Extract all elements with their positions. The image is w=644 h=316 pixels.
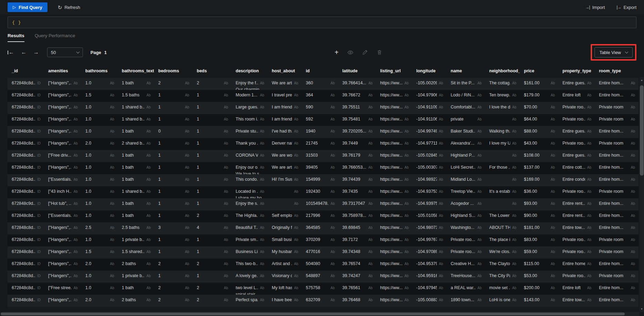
cell-_id[interactable]: 672848c8d...ID (8, 138, 44, 150)
prev-page-button[interactable]: ← (21, 50, 26, 55)
cell-longitude[interactable]: -105.00307...Ab (412, 162, 447, 174)
cell-latitude[interactable]: 39.76672Ab (338, 90, 376, 102)
column-header-host_about[interactable]: host_about (268, 64, 302, 78)
cell-longitude[interactable]: -105.00209...Ab (412, 78, 447, 90)
column-header-_id[interactable]: _id (8, 64, 44, 78)
cell-beds[interactable]: 2Ab (193, 210, 232, 222)
cell-longitude[interactable]: -104.98073Ab (412, 222, 447, 234)
cell-neighborhood_[interactable]: LoHi is one...Ab (485, 295, 520, 307)
cell-host_about[interactable]: Small busi...Ab (268, 234, 302, 246)
delete-document-button[interactable] (377, 50, 382, 55)
cell-beds[interactable]: 2Ab (193, 259, 232, 271)
horizontal-scrollbar[interactable] (0, 312, 640, 316)
cell-host_about[interactable]: Ab (268, 186, 302, 198)
cell-host_about[interactable]: Visionary o...Ab (268, 271, 302, 283)
cell-_id[interactable]: 672848c8d...ID (8, 102, 44, 114)
cell-room_type[interactable]: Entire hom...Ab (595, 283, 638, 295)
cell-name[interactable]: Highland S...Ab (447, 210, 485, 222)
cell-bedrooms[interactable]: 1Ab (154, 138, 193, 150)
cell-id[interactable]: 575758Ab (302, 283, 338, 295)
cell-description[interactable]: Beautiful T...Ab (232, 222, 268, 234)
cell-property_type[interactable]: Private roo...Ab (558, 246, 595, 259)
cell-latitude[interactable]: 39.76561Ab (338, 283, 376, 295)
cell-listing_url[interactable]: https://ww...Ab (376, 295, 412, 307)
table-row[interactable]: 672848c8d...ID["Hangers",...Ab2.5Ab2.5 b… (8, 222, 638, 234)
cell-beds[interactable]: 1Ab (193, 114, 232, 126)
first-page-button[interactable]: ← (8, 50, 14, 55)
cell-latitude[interactable]: 39.758978...Ab (338, 210, 376, 222)
table-row[interactable]: 672848c8d...ID["Essentials...Ab1.0Ab1 ba… (8, 174, 638, 186)
cell-longitude[interactable]: -105.00883Ab (412, 295, 447, 307)
cell-id[interactable]: 21745Ab (302, 138, 338, 150)
cell-bedrooms[interactable]: 1Ab (154, 150, 193, 162)
cell-host_about[interactable]: Denver nat...Ab (268, 138, 302, 150)
cell-neighborhood_[interactable]: ABOUT TH...Ab (485, 222, 520, 234)
cell-beds[interactable]: 2Ab (193, 283, 232, 295)
vertical-scrollbar-thumb[interactable] (640, 85, 644, 176)
cell-bedrooms[interactable]: 2Ab (154, 259, 193, 271)
cell-neighborhood_[interactable]: Ab (485, 198, 520, 210)
cell-listing_url[interactable]: https://ww...Ab (376, 138, 412, 150)
cell-amenities[interactable]: ["Hangers",...Ab (44, 246, 81, 259)
cell-name[interactable]: privateAb (447, 114, 485, 126)
cell-host_about[interactable]: Originally f...Ab (268, 222, 302, 234)
cell-host_about[interactable]: I have bee...Ab (268, 295, 302, 307)
cell-listing_url[interactable]: https://ww...Ab (376, 222, 412, 234)
cell-id[interactable]: 31503Ab (302, 150, 338, 162)
cell-host_about[interactable]: We are arti...Ab (268, 78, 302, 90)
cell-latitude[interactable]: 39.76468Ab (338, 295, 376, 307)
cell-host_about[interactable]: I've had th...Ab (268, 126, 302, 138)
cell-amenities[interactable]: ["Hangers",...Ab (44, 295, 81, 307)
table-row[interactable]: 672848c9d...ID["Hot tub", ...Ab1.0Ab1 ba… (8, 198, 638, 210)
cell-room_type[interactable]: Entire hom...Ab (595, 174, 638, 186)
cell-listing_url[interactable]: https://ww...Ab (376, 210, 412, 222)
find-query-button[interactable]: ▷ Find Query (8, 2, 47, 12)
cell-listing_url[interactable]: https://ww...Ab (376, 114, 412, 126)
cell-price[interactable]: $143.00Ab (520, 295, 558, 307)
cell-latitude[interactable]: 39.766053...Ab (338, 162, 376, 174)
cell-bathrooms_text[interactable]: 1 bathAb (118, 210, 154, 222)
cell-room_type[interactable]: Private roomAb (595, 138, 638, 150)
cell-_id[interactable]: 672848c8d...ID (8, 222, 44, 234)
cell-_id[interactable]: 672848c8d...ID (8, 174, 44, 186)
cell-beds[interactable]: 2Ab (193, 78, 232, 90)
cell-room_type[interactable]: Entire hom...Ab (595, 210, 638, 222)
cell-host_about[interactable]: My husban...Ab (268, 246, 302, 259)
cell-name[interactable]: Midland Lo...Ab (447, 174, 485, 186)
export-button[interactable]: |→ Export (616, 5, 636, 10)
cell-bathrooms_text[interactable]: 1 shared b...Ab (118, 186, 154, 198)
cell-description[interactable]: This two-b...Ab (232, 259, 268, 271)
cell-price[interactable]: $59.00Ab (520, 246, 558, 259)
cell-bedrooms[interactable]: 2Ab (154, 295, 193, 307)
table-row[interactable]: 672848c8d...ID["Hangers",...Ab1.0Ab1 pri… (8, 234, 638, 246)
cell-id[interactable]: 477016Ab (302, 246, 338, 259)
cell-name[interactable]: Highland P...Ab (447, 150, 485, 162)
cell-neighborhood_[interactable]: The place i...Ab (485, 234, 520, 246)
cell-host_about[interactable]: Ab (268, 198, 302, 210)
cell-property_type[interactable]: Entire gues...Ab (558, 78, 595, 90)
cell-room_type[interactable]: Private roomAb (595, 102, 638, 114)
cell-listing_url[interactable]: https://ww...Ab (376, 126, 412, 138)
cell-property_type[interactable]: Private roo...Ab (558, 234, 595, 246)
cell-bathrooms[interactable]: 1.0Ab (81, 126, 118, 138)
cell-latitude[interactable]: 39.74439Ab (338, 174, 376, 186)
cell-name[interactable]: 1890 town...Ab (447, 295, 485, 307)
cell-bathrooms[interactable]: 1.0Ab (81, 150, 118, 162)
cell-amenities[interactable]: ["Free stree...Ab (44, 283, 81, 295)
cell-name[interactable]: Lodo / RiN...Ab (447, 90, 485, 102)
cell-_id[interactable]: 672848c8d...ID (8, 210, 44, 222)
cell-bathrooms_text[interactable]: 1 bathAb (118, 283, 154, 295)
edit-document-button[interactable] (362, 50, 368, 55)
cell-amenities[interactable]: ["Hangers",...Ab (44, 102, 81, 114)
column-header-amenities[interactable]: amenities (44, 64, 81, 78)
cell-bathrooms_text[interactable]: 1 shared b...Ab (118, 102, 154, 114)
cell-bedrooms[interactable]: 1Ab (154, 114, 193, 126)
cell-neighborhood_[interactable]: We're clos...Ab (485, 246, 520, 259)
cell-price[interactable]: $83.00Ab (520, 234, 558, 246)
cell-bathrooms_text[interactable]: 1 bathAb (118, 150, 154, 162)
column-header-name[interactable]: name (447, 64, 485, 78)
cell-bathrooms_text[interactable]: 1 bathAb (118, 78, 154, 90)
column-header-bedrooms[interactable]: bedrooms (154, 64, 193, 78)
cell-name[interactable]: Baker Studi...Ab (447, 126, 485, 138)
table-row[interactable]: 672848c8d...ID["Free driv...Ab1.0Ab1 bat… (8, 150, 638, 162)
